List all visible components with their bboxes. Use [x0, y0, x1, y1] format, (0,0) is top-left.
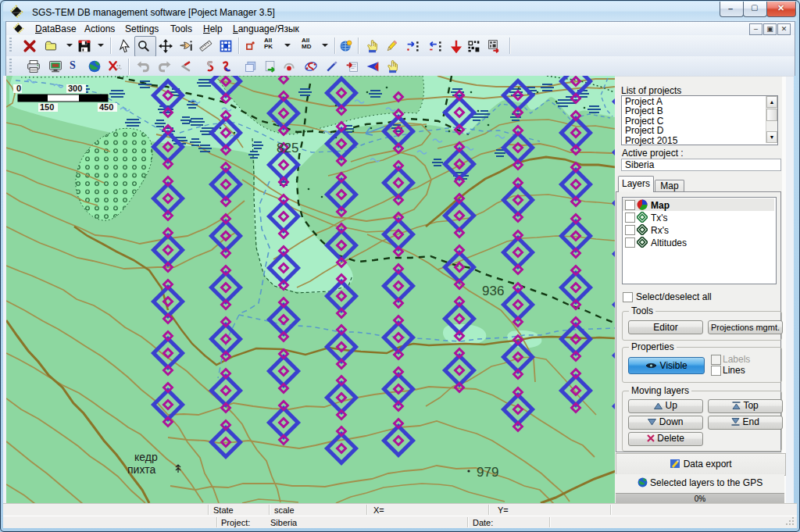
svg-text:300: 300: [68, 84, 82, 93]
svg-text:979: 979: [477, 465, 498, 480]
svg-text:825: 825: [277, 141, 298, 155]
svg-text:кедр: кедр: [134, 451, 158, 463]
svg-text:936: 936: [482, 284, 504, 298]
svg-text:пихта: пихта: [127, 463, 155, 476]
svg-text:450: 450: [99, 102, 113, 112]
svg-text:0: 0: [16, 84, 21, 93]
svg-text:150: 150: [40, 102, 54, 112]
